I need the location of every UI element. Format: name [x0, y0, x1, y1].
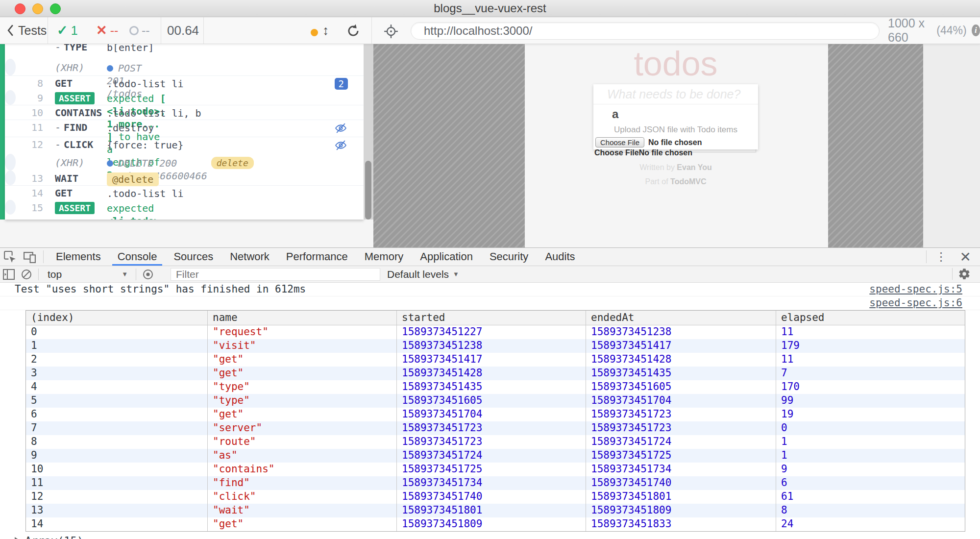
log-row[interactable]: 15ASSERTexpected <li.todo> to have a len… — [5, 200, 16, 215]
devtools-close-icon[interactable]: ✕ — [957, 249, 980, 265]
element-count-badge: 2 — [335, 78, 348, 90]
status-dot-icon — [311, 29, 318, 36]
tab-application[interactable]: Application — [412, 248, 481, 266]
todo-list-item[interactable]: a — [593, 104, 758, 124]
log-command-name: ASSERT — [50, 202, 107, 214]
log-row[interactable]: 10CONTAINS.todo-list li, b — [5, 105, 364, 120]
tab-audits[interactable]: Audits — [537, 248, 583, 266]
cell-name: "server" — [208, 421, 397, 435]
table-row: 13"wait"158937345180115893734518098 — [26, 504, 965, 517]
failed-count[interactable]: ✕ -- — [96, 17, 118, 44]
log-row[interactable]: (XHR)DELETE 200 /todos/0466600466delete — [5, 154, 16, 171]
chevron-down-icon: ▼ — [453, 270, 459, 278]
console-sidebar-icon[interactable] — [0, 267, 18, 282]
cell-elapsed: 7 — [776, 367, 965, 380]
source-link[interactable]: speed-spec.js:5 — [869, 283, 962, 296]
viewport-crosshair-icon[interactable] — [383, 24, 399, 41]
pending-count[interactable]: -- — [129, 17, 150, 44]
devtools-menu-icon[interactable]: ⋮ — [927, 250, 957, 264]
source-link[interactable]: speed-spec.js:6 — [869, 296, 962, 310]
cell-index: 14 — [26, 517, 208, 531]
inspect-element-icon[interactable] — [0, 248, 20, 266]
log-command-name: GET — [50, 187, 107, 199]
table-header-row: (index)namestartedendedAtelapsed — [26, 311, 965, 325]
cell-elapsed: 11 — [776, 353, 965, 367]
todos-app-title: todos — [593, 44, 758, 83]
back-to-tests-button[interactable]: Tests — [7, 17, 47, 44]
console-filter-input[interactable] — [171, 269, 380, 280]
tab-console[interactable]: Console — [109, 248, 166, 266]
device-toolbar-icon[interactable] — [20, 248, 39, 266]
cell-index: 6 — [26, 408, 208, 421]
cell-index: 13 — [26, 504, 208, 517]
table-row: 10"contains"158937345172515893734517349 — [26, 463, 965, 476]
cell-elapsed: 1 — [776, 435, 965, 449]
cell-elapsed: 11 — [776, 325, 965, 339]
log-command-name: (XHR) — [50, 62, 107, 74]
cell-name: "click" — [208, 490, 397, 504]
cell-index: 9 — [26, 449, 208, 463]
log-row[interactable]: 8GET.todo-list li2 — [5, 75, 364, 90]
cell-index: 8 — [26, 435, 208, 449]
assert-badge: ASSERT — [55, 202, 95, 214]
tab-sources[interactable]: Sources — [165, 248, 221, 266]
info-icon[interactable]: i — [972, 24, 980, 36]
new-todo-input[interactable]: What needs to be done? — [593, 84, 758, 104]
tab-memory[interactable]: Memory — [356, 248, 412, 266]
javascript-context-select[interactable]: top ▼ — [42, 269, 133, 280]
log-row[interactable]: (XHR)POST 201 /todos — [5, 59, 16, 75]
command-log-scrollbar[interactable] — [364, 44, 373, 220]
log-levels-dropdown[interactable]: Default levels ▼ — [387, 269, 459, 280]
choose-file-button[interactable]: Choose File — [595, 137, 644, 147]
clear-console-icon[interactable] — [18, 267, 35, 282]
tab-network[interactable]: Network — [221, 248, 278, 266]
cell-name: "contains" — [208, 463, 397, 476]
url-bar — [411, 22, 880, 40]
table-header-cell: elapsed — [776, 311, 965, 325]
window-titlebar: blogs__vue-vuex-rest — [0, 0, 980, 17]
tab-elements[interactable]: Elements — [48, 248, 109, 266]
table-row: 14"get"1589373451809158937345183324 — [26, 517, 965, 531]
cell-name: "get" — [208, 367, 397, 380]
array-summary-label: Array(15) — [25, 534, 83, 539]
todos-card: What needs to be done? a Upload JSON fil… — [593, 84, 758, 149]
table-row: 7"server"158937345172315893734517230 — [26, 421, 965, 435]
cell-index: 1 — [26, 339, 208, 353]
log-row[interactable]: 14GET.todo-list li — [5, 185, 364, 200]
console-settings-gear-icon[interactable] — [956, 266, 973, 282]
log-row[interactable]: 12-CLICK{force: true} — [5, 137, 364, 154]
cell-started: 1589373451238 — [397, 339, 586, 353]
log-row[interactable]: -TYPEb[enter] — [5, 44, 364, 59]
scrollbar-thumb[interactable] — [365, 161, 371, 220]
zoom-window-button[interactable] — [50, 3, 61, 14]
reload-icon[interactable] — [346, 24, 361, 40]
cell-endedat: 1589373451801 — [586, 490, 776, 504]
log-row[interactable]: 11-FIND.destroy — [5, 120, 364, 137]
table-row: 5"type"1589373451605158937345170499 — [26, 394, 965, 408]
tab-security[interactable]: Security — [481, 248, 537, 266]
minimize-window-button[interactable] — [32, 3, 43, 14]
log-message: b[enter] — [107, 44, 364, 54]
passed-count[interactable]: ✓ 1 — [57, 17, 78, 44]
table-row: 4"type"15893734514351589373451605170 — [26, 380, 965, 394]
tab-performance[interactable]: Performance — [278, 248, 356, 266]
table-header-cell: (index) — [26, 311, 208, 325]
expand-triangle-icon[interactable] — [15, 537, 20, 539]
url-input[interactable] — [411, 23, 879, 39]
log-command-name: (XHR) — [50, 157, 107, 169]
cell-elapsed: 0 — [776, 421, 965, 435]
log-row[interactable]: 9ASSERTexpected [ <li.todo>, 1 more... ]… — [5, 90, 16, 105]
test-passed-bar — [0, 44, 5, 220]
table-row: 11"find"158937345173415893734517406 — [26, 476, 965, 490]
log-message: expected <li.todo> to have a length of 1 — [107, 202, 164, 220]
live-expression-eye-icon[interactable] — [139, 267, 157, 282]
cell-elapsed: 1 — [776, 449, 965, 463]
cell-index: 4 — [26, 380, 208, 394]
cell-started: 1589373451740 — [397, 490, 586, 504]
table-row: 8"route"158937345172315893734517241 — [26, 435, 965, 449]
scroll-toggle-icon[interactable]: ↕ — [322, 23, 329, 38]
log-row[interactable]: 13WAIT@delete — [5, 171, 16, 185]
log-command-name: WAIT — [50, 172, 107, 184]
cell-name: "find" — [208, 476, 397, 490]
close-window-button[interactable] — [15, 3, 25, 14]
